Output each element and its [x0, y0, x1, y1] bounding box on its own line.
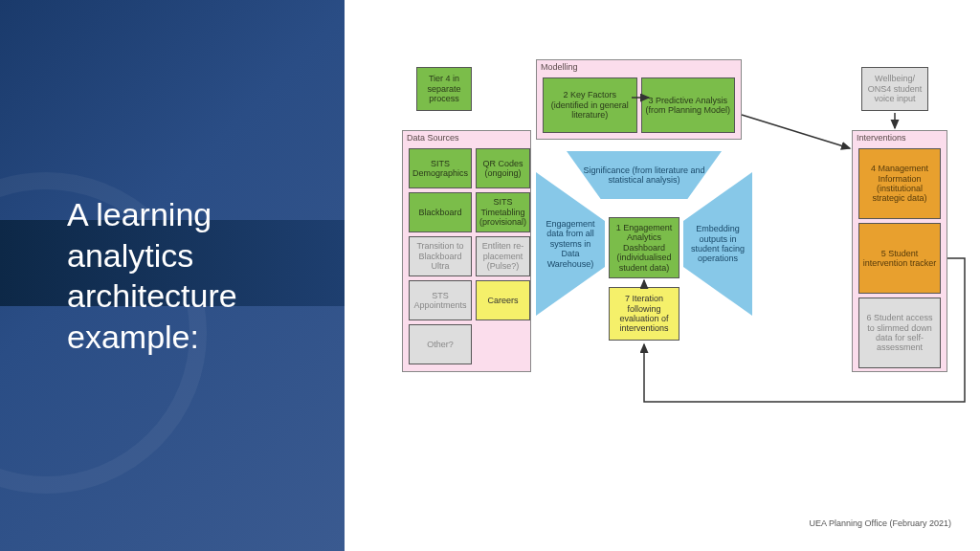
intervention-1: 5 Student intervention tracker: [858, 223, 941, 294]
interventions-label: Interventions: [857, 133, 906, 143]
data-source-7: Careers: [476, 280, 530, 320]
predictive-box: 3 Predictive Analysis (from Planning Mod…: [641, 77, 736, 133]
data-source-2: Blackboard: [409, 192, 472, 232]
data-source-0: SITS Demographics: [409, 148, 472, 188]
data-sources-label: Data Sources: [407, 133, 459, 143]
dashboard-box: 1 Engagement Analytics Dashboard (indivi…: [609, 217, 679, 278]
engagement-trap: Engagement data from all systems in Data…: [536, 172, 605, 316]
diagram-area: Tier 4 in separate process Wellbeing/ ON…: [345, 0, 980, 551]
modelling-panel: Modelling 2 Key Factors (identified in g…: [536, 59, 742, 140]
data-source-3: SITS Timetabling (provisional): [476, 192, 530, 232]
tier4-box: Tier 4 in separate process: [416, 67, 472, 111]
embedding-trap: Embedding outputs in student facing oper…: [683, 172, 752, 316]
data-sources-panel: Data Sources SITS DemographicsQR Codes (…: [402, 130, 531, 372]
title-panel: A learning analytics architecture exampl…: [0, 0, 345, 551]
interventions-panel: Interventions 4 Management Information (…: [852, 130, 947, 372]
data-source-5: Entliten re-placement (Pulse?): [476, 236, 530, 276]
intervention-2: 6 Student access to slimmed down data fo…: [858, 298, 941, 368]
data-source-1: QR Codes (ongoing): [476, 148, 530, 188]
data-source-4: Transition to Blackboard Ultra: [409, 236, 472, 276]
credit-text: UEA Planning Office (February 2021): [810, 518, 951, 528]
svg-line-1: [742, 115, 850, 148]
iteration-box: 7 Iteration following evaluation of inte…: [609, 287, 679, 341]
data-source-6: STS Appointments: [409, 280, 472, 320]
modelling-label: Modelling: [541, 62, 578, 72]
significance-trap: Significance (from literature and statis…: [567, 151, 722, 199]
intervention-0: 4 Management Information (institutional …: [858, 148, 941, 219]
slide-title: A learning analytics architecture exampl…: [67, 194, 345, 357]
wellbeing-box: Wellbeing/ ONS4 student voice input: [861, 67, 928, 111]
data-source-8: Other?: [409, 324, 472, 364]
key-factors-box: 2 Key Factors (identified in general lit…: [543, 77, 637, 133]
